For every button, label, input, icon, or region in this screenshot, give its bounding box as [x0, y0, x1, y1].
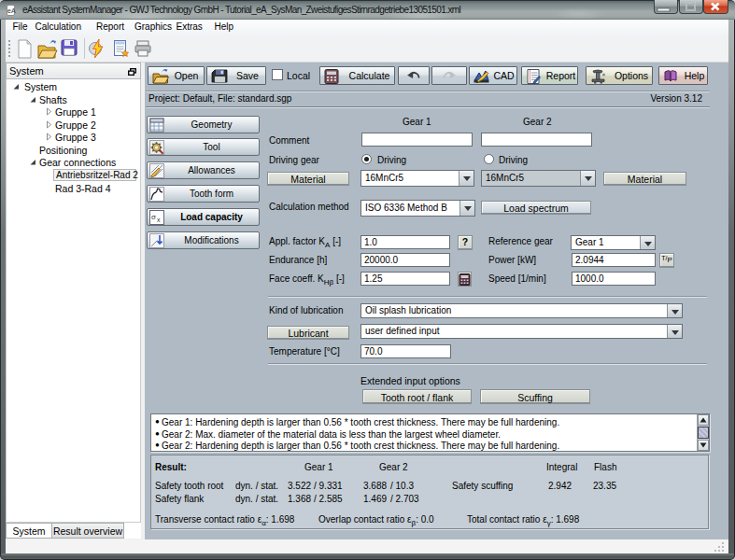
- svg-text:σ: σ: [151, 213, 156, 221]
- svg-text:x: x: [157, 217, 161, 223]
